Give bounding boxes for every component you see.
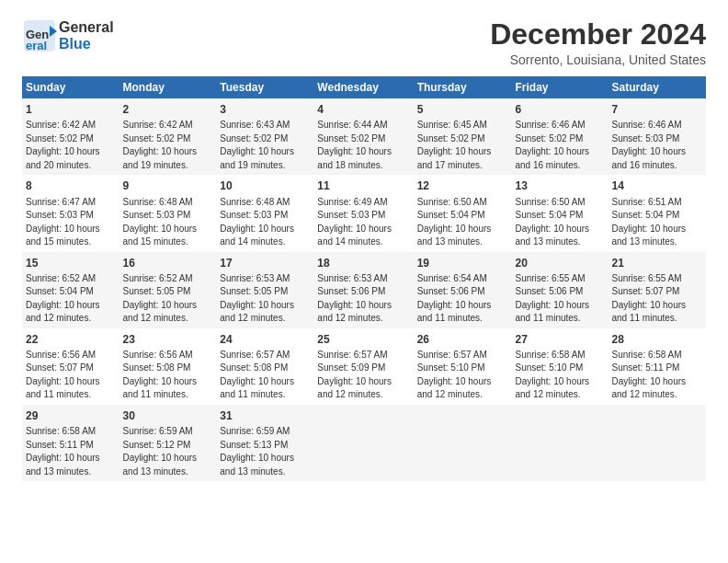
day-number: 18 bbox=[317, 256, 409, 270]
cell-5-5 bbox=[414, 405, 512, 481]
day-number: 20 bbox=[515, 256, 604, 270]
day-number: 22 bbox=[26, 332, 116, 347]
cell-2-5: 12Sunrise: 6:50 AM Sunset: 5:04 PM Dayli… bbox=[414, 175, 512, 251]
calendar-table: SundayMondayTuesdayWednesdayThursdayFrid… bbox=[22, 76, 706, 481]
logo-line1: General bbox=[59, 19, 114, 36]
logo-line2: Blue bbox=[59, 36, 114, 52]
day-info: Sunrise: 6:48 AM Sunset: 5:03 PM Dayligh… bbox=[220, 197, 294, 247]
cell-5-6 bbox=[511, 405, 608, 481]
day-number: 8 bbox=[26, 178, 116, 193]
day-number: 9 bbox=[123, 178, 213, 193]
day-info: Sunrise: 6:58 AM Sunset: 5:11 PM Dayligh… bbox=[26, 426, 100, 477]
cell-3-3: 17Sunrise: 6:53 AM Sunset: 5:05 PM Dayli… bbox=[216, 252, 313, 328]
week-row-1: 1Sunrise: 6:42 AM Sunset: 5:02 PM Daylig… bbox=[22, 98, 706, 175]
day-info: Sunrise: 6:43 AM Sunset: 5:02 PM Dayligh… bbox=[220, 120, 294, 170]
day-number: 25 bbox=[317, 332, 409, 347]
day-number: 4 bbox=[317, 102, 409, 117]
cell-1-5: 5Sunrise: 6:45 AM Sunset: 5:02 PM Daylig… bbox=[414, 98, 512, 175]
cell-4-5: 26Sunrise: 6:57 AM Sunset: 5:10 PM Dayli… bbox=[414, 328, 512, 405]
day-number: 7 bbox=[611, 102, 702, 117]
cell-4-2: 23Sunrise: 6:56 AM Sunset: 5:08 PM Dayli… bbox=[119, 328, 217, 405]
day-info: Sunrise: 6:57 AM Sunset: 5:10 PM Dayligh… bbox=[417, 350, 492, 400]
day-info: Sunrise: 6:56 AM Sunset: 5:07 PM Dayligh… bbox=[26, 350, 100, 400]
week-row-4: 22Sunrise: 6:56 AM Sunset: 5:07 PM Dayli… bbox=[22, 328, 706, 405]
day-info: Sunrise: 6:59 AM Sunset: 5:12 PM Dayligh… bbox=[123, 426, 198, 477]
day-info: Sunrise: 6:58 AM Sunset: 5:10 PM Dayligh… bbox=[515, 350, 589, 400]
cell-4-4: 25Sunrise: 6:57 AM Sunset: 5:09 PM Dayli… bbox=[313, 328, 413, 405]
day-info: Sunrise: 6:52 AM Sunset: 5:05 PM Dayligh… bbox=[123, 273, 198, 324]
cell-2-6: 13Sunrise: 6:50 AM Sunset: 5:04 PM Dayli… bbox=[511, 175, 608, 251]
day-number: 2 bbox=[123, 102, 213, 117]
day-info: Sunrise: 6:46 AM Sunset: 5:03 PM Dayligh… bbox=[611, 120, 686, 170]
day-info: Sunrise: 6:56 AM Sunset: 5:08 PM Dayligh… bbox=[123, 350, 198, 400]
cell-3-1: 15Sunrise: 6:52 AM Sunset: 5:04 PM Dayli… bbox=[22, 252, 119, 328]
day-number: 5 bbox=[417, 102, 508, 117]
day-info: Sunrise: 6:42 AM Sunset: 5:02 PM Dayligh… bbox=[26, 120, 100, 170]
day-number: 16 bbox=[123, 256, 213, 270]
cell-2-2: 9Sunrise: 6:48 AM Sunset: 5:03 PM Daylig… bbox=[119, 175, 217, 251]
day-info: Sunrise: 6:53 AM Sunset: 5:05 PM Dayligh… bbox=[220, 273, 294, 324]
cell-1-3: 3Sunrise: 6:43 AM Sunset: 5:02 PM Daylig… bbox=[216, 98, 313, 175]
day-info: Sunrise: 6:54 AM Sunset: 5:06 PM Dayligh… bbox=[417, 273, 492, 324]
day-number: 30 bbox=[123, 408, 213, 423]
day-number: 1 bbox=[26, 102, 116, 117]
cell-2-4: 11Sunrise: 6:49 AM Sunset: 5:03 PM Dayli… bbox=[313, 175, 413, 251]
header-row: SundayMondayTuesdayWednesdayThursdayFrid… bbox=[22, 76, 706, 98]
day-info: Sunrise: 6:51 AM Sunset: 5:04 PM Dayligh… bbox=[611, 197, 686, 247]
title-block: December 2024 Sorrento, Louisiana, Unite… bbox=[490, 18, 706, 67]
day-info: Sunrise: 6:42 AM Sunset: 5:02 PM Dayligh… bbox=[123, 120, 198, 170]
col-header-monday: Monday bbox=[119, 76, 217, 98]
cell-4-1: 22Sunrise: 6:56 AM Sunset: 5:07 PM Dayli… bbox=[22, 328, 119, 405]
day-info: Sunrise: 6:55 AM Sunset: 5:07 PM Dayligh… bbox=[611, 273, 686, 324]
subtitle: Sorrento, Louisiana, United States bbox=[490, 52, 706, 67]
cell-4-3: 24Sunrise: 6:57 AM Sunset: 5:08 PM Dayli… bbox=[216, 328, 313, 405]
day-number: 26 bbox=[417, 332, 508, 347]
day-number: 10 bbox=[220, 178, 310, 193]
week-row-2: 8Sunrise: 6:47 AM Sunset: 5:03 PM Daylig… bbox=[22, 175, 706, 251]
day-number: 12 bbox=[417, 178, 508, 193]
day-number: 13 bbox=[515, 178, 604, 193]
col-header-sunday: Sunday bbox=[22, 76, 119, 98]
cell-3-7: 21Sunrise: 6:55 AM Sunset: 5:07 PM Dayli… bbox=[608, 252, 706, 328]
cell-1-1: 1Sunrise: 6:42 AM Sunset: 5:02 PM Daylig… bbox=[22, 98, 119, 175]
day-number: 17 bbox=[220, 256, 310, 270]
cell-1-2: 2Sunrise: 6:42 AM Sunset: 5:02 PM Daylig… bbox=[119, 98, 217, 175]
page: Gen eral General Blue December 2024 Sorr… bbox=[0, 0, 728, 563]
day-number: 24 bbox=[220, 332, 310, 347]
cell-5-1: 29Sunrise: 6:58 AM Sunset: 5:11 PM Dayli… bbox=[22, 405, 119, 481]
cell-2-1: 8Sunrise: 6:47 AM Sunset: 5:03 PM Daylig… bbox=[22, 175, 119, 251]
cell-1-6: 6Sunrise: 6:46 AM Sunset: 5:02 PM Daylig… bbox=[511, 98, 608, 175]
col-header-wednesday: Wednesday bbox=[313, 76, 413, 98]
day-info: Sunrise: 6:50 AM Sunset: 5:04 PM Dayligh… bbox=[515, 197, 589, 247]
cell-3-6: 20Sunrise: 6:55 AM Sunset: 5:06 PM Dayli… bbox=[511, 252, 608, 328]
header: Gen eral General Blue December 2024 Sorr… bbox=[22, 18, 706, 67]
svg-text:eral: eral bbox=[26, 39, 47, 52]
cell-5-2: 30Sunrise: 6:59 AM Sunset: 5:12 PM Dayli… bbox=[119, 405, 217, 481]
logo-icon: Gen eral bbox=[22, 18, 57, 53]
week-row-3: 15Sunrise: 6:52 AM Sunset: 5:04 PM Dayli… bbox=[22, 252, 706, 328]
day-info: Sunrise: 6:58 AM Sunset: 5:11 PM Dayligh… bbox=[611, 350, 686, 400]
day-info: Sunrise: 6:57 AM Sunset: 5:09 PM Dayligh… bbox=[317, 350, 392, 400]
cell-3-5: 19Sunrise: 6:54 AM Sunset: 5:06 PM Dayli… bbox=[414, 252, 512, 328]
cell-1-4: 4Sunrise: 6:44 AM Sunset: 5:02 PM Daylig… bbox=[313, 98, 413, 175]
cell-2-3: 10Sunrise: 6:48 AM Sunset: 5:03 PM Dayli… bbox=[216, 175, 313, 251]
cell-5-3: 31Sunrise: 6:59 AM Sunset: 5:13 PM Dayli… bbox=[216, 405, 313, 481]
day-number: 19 bbox=[417, 256, 508, 270]
logo: Gen eral General Blue bbox=[22, 18, 114, 53]
main-title: December 2024 bbox=[490, 18, 706, 51]
day-number: 14 bbox=[611, 178, 702, 193]
day-info: Sunrise: 6:52 AM Sunset: 5:04 PM Dayligh… bbox=[26, 273, 100, 324]
day-number: 11 bbox=[317, 178, 409, 193]
cell-5-4 bbox=[313, 405, 413, 481]
cell-3-2: 16Sunrise: 6:52 AM Sunset: 5:05 PM Dayli… bbox=[119, 252, 217, 328]
cell-5-7 bbox=[608, 405, 706, 481]
cell-1-7: 7Sunrise: 6:46 AM Sunset: 5:03 PM Daylig… bbox=[608, 98, 706, 175]
day-number: 3 bbox=[220, 102, 310, 117]
day-info: Sunrise: 6:47 AM Sunset: 5:03 PM Dayligh… bbox=[26, 197, 100, 247]
day-number: 31 bbox=[220, 408, 310, 423]
week-row-5: 29Sunrise: 6:58 AM Sunset: 5:11 PM Dayli… bbox=[22, 405, 706, 481]
day-info: Sunrise: 6:53 AM Sunset: 5:06 PM Dayligh… bbox=[317, 273, 392, 324]
day-number: 15 bbox=[26, 256, 116, 270]
day-info: Sunrise: 6:57 AM Sunset: 5:08 PM Dayligh… bbox=[220, 350, 294, 400]
col-header-tuesday: Tuesday bbox=[216, 76, 313, 98]
